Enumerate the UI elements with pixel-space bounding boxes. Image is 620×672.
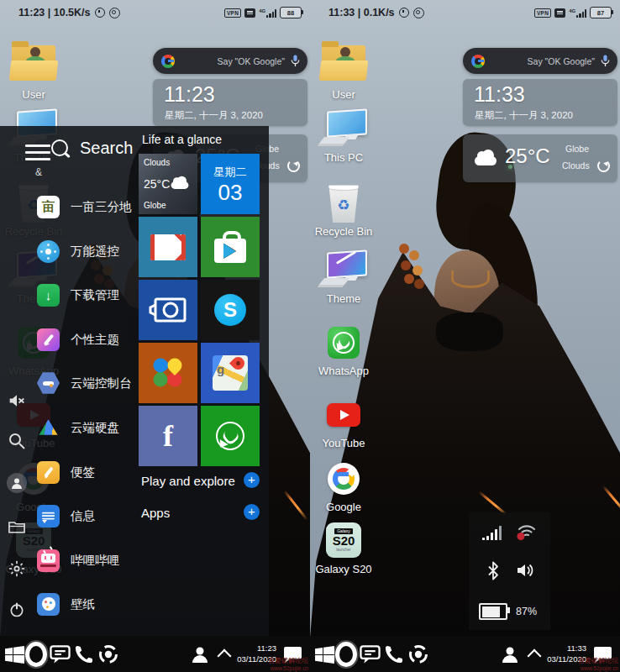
status-bar: 11:23 | 10.5K/s VPN 4G 88: [0, 0, 310, 25]
user-folder-icon: [10, 42, 57, 82]
status-time-speed: 11:23 | 10.5K/s: [18, 7, 91, 18]
app-row[interactable]: 云端硬盘: [37, 415, 119, 440]
browser-icon[interactable]: [97, 643, 119, 665]
clock-date: 星期二, 十一月 3, 2020: [165, 109, 263, 122]
user-account-icon[interactable]: [7, 473, 27, 493]
taskbar-user-icon[interactable]: [189, 643, 211, 665]
bilibili-icon: [37, 549, 60, 572]
clock-time: 11:33: [474, 82, 525, 107]
chevron-up-icon[interactable]: [528, 649, 542, 664]
cloud-icon: [171, 181, 189, 189]
desktop-icon-whatsapp[interactable]: WhatsApp: [310, 323, 377, 377]
start-button[interactable]: [3, 643, 25, 665]
app-row[interactable]: 便签: [37, 459, 95, 485]
clock-widget[interactable]: 11:23 星期二, 十一月 3, 2020: [153, 79, 307, 126]
cloud-drive-icon: [37, 417, 60, 439]
desktop-icon-this-pc[interactable]: This PC: [310, 109, 377, 164]
bluetooth-icon[interactable]: [487, 561, 499, 584]
messages-icon: [37, 505, 60, 528]
battery-icon[interactable]: [479, 603, 507, 620]
chevron-up-icon[interactable]: [218, 649, 232, 664]
weather-widget[interactable]: 25°C Globe Clouds: [463, 134, 617, 182]
messaging-icon[interactable]: [359, 643, 381, 665]
google-icon: [328, 463, 360, 495]
skype-tile[interactable]: S: [201, 280, 260, 340]
start-button[interactable]: [313, 643, 335, 665]
refresh-icon[interactable]: [597, 160, 610, 172]
google-logo-icon: [471, 55, 485, 68]
calendar-tile[interactable]: 星期二 03: [201, 154, 260, 214]
weather-tile[interactable]: Clouds 25°C Globe: [139, 154, 197, 214]
desktop-icon-recycle-bin[interactable]: ♻ Recycle Bin: [310, 183, 377, 238]
screen-record-icon: [413, 8, 424, 18]
gmail-tile[interactable]: [139, 217, 197, 277]
taskbar-user-icon[interactable]: [499, 643, 521, 665]
app-row[interactable]: 壁纸: [37, 591, 95, 617]
taskbar: 11:33 03/11/2020: [310, 636, 620, 672]
mute-icon[interactable]: [7, 391, 27, 411]
desktop-icon-user[interactable]: User: [310, 38, 377, 101]
clock-widget[interactable]: 11:33 星期二, 十一月 3, 2020: [463, 79, 617, 126]
desktop-icon-theme[interactable]: Theme: [310, 250, 377, 305]
battery-icon: 88: [280, 7, 302, 18]
battery-icon: 87: [590, 7, 612, 18]
volume-icon[interactable]: [516, 562, 536, 582]
app-row[interactable]: 亩 一亩三分地: [37, 194, 132, 219]
phone-icon[interactable]: [382, 643, 404, 665]
menu-hamburger-icon[interactable]: [25, 144, 50, 160]
menu-search-label[interactable]: Search: [80, 139, 133, 158]
google-search-bar[interactable]: Say "OK Google": [153, 48, 307, 74]
add-app-button[interactable]: +: [244, 504, 260, 520]
mic-icon[interactable]: [601, 55, 610, 67]
refresh-icon[interactable]: [287, 160, 300, 172]
action-center-panel: 87%: [469, 512, 550, 630]
app-row[interactable]: 云端控制台: [37, 370, 132, 396]
app-row[interactable]: 个性主题: [37, 327, 119, 352]
status-time-speed: 11:33 | 0.1K/s: [328, 7, 395, 18]
desktop-icon-google[interactable]: Google: [310, 459, 377, 513]
status-bar: 11:33 | 0.1K/s VPN 4G 87: [310, 0, 620, 25]
google-photos-icon: [150, 354, 187, 391]
volte-icon: [554, 8, 565, 18]
facebook-icon: f: [163, 418, 173, 454]
menu-search-icon[interactable]: [49, 138, 72, 161]
alarm-icon: [399, 8, 409, 18]
app-row[interactable]: ↓ 下载管理: [37, 282, 119, 307]
desktop-icon-youtube[interactable]: YouTube: [310, 395, 377, 449]
rail-search-icon[interactable]: [7, 431, 27, 451]
cellular-signal-icon[interactable]: [482, 526, 502, 540]
mic-icon[interactable]: [291, 55, 300, 67]
add-tile-button[interactable]: +: [244, 472, 260, 488]
app-row[interactable]: 哔哩哔哩: [37, 548, 119, 573]
phone-right: 11:33 | 0.1K/s VPN 4G 87 User This PC ♻ …: [310, 0, 620, 672]
desktop-icon-user[interactable]: User: [0, 38, 67, 101]
whatsapp-tile[interactable]: [201, 406, 260, 466]
camera-tile[interactable]: [139, 280, 197, 340]
battery-percent: 87%: [516, 606, 537, 617]
app-row[interactable]: 万能遥控: [37, 239, 119, 264]
assistant-ring-icon[interactable]: [335, 643, 357, 665]
wifi-off-icon[interactable]: [516, 522, 538, 544]
play-store-icon: [214, 239, 246, 263]
play-store-tile[interactable]: [201, 217, 260, 277]
camera-icon: [148, 296, 188, 324]
recycle-bin-icon: ♻: [327, 184, 360, 223]
user-folder-icon: [320, 42, 367, 82]
settings-gear-icon[interactable]: [7, 559, 27, 579]
desktop-icon-galaxy-s20[interactable]: Galaxy S20 launcher Galaxy S20: [310, 519, 377, 575]
google-photos-tile[interactable]: [139, 343, 197, 403]
whatsapp-icon: [328, 327, 360, 359]
app-row[interactable]: 信息: [37, 503, 95, 528]
google-maps-tile[interactable]: g: [201, 343, 260, 403]
alarm-icon: [95, 8, 105, 18]
facebook-tile[interactable]: f: [139, 406, 197, 466]
cloud-icon: [475, 156, 497, 165]
section-play-and-explore: Play and explore: [141, 474, 235, 488]
phone-icon[interactable]: [72, 643, 94, 665]
power-icon[interactable]: [7, 600, 27, 620]
file-explorer-icon[interactable]: [7, 516, 27, 536]
messaging-icon[interactable]: [49, 643, 71, 665]
assistant-ring-icon[interactable]: [25, 643, 47, 665]
google-search-bar[interactable]: Say "OK Google": [463, 48, 617, 74]
browser-icon[interactable]: [407, 643, 429, 665]
